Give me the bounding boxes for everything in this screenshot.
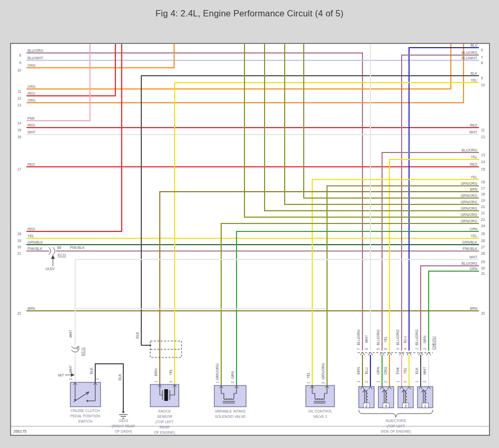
rotated-wire-label: 2 <box>321 382 325 384</box>
rotated-wire-label: GRN <box>423 335 427 343</box>
left-pin-label: BLU/ORG <box>28 49 43 52</box>
right-pin-number: 8 <box>481 61 483 65</box>
left-pin-number: 8 <box>19 53 21 57</box>
right-pin-number: 14 <box>481 160 485 164</box>
injector-number: 4 <box>385 404 387 408</box>
right-pin-label: RED <box>470 163 477 166</box>
right-pin-number: 10 <box>481 83 485 87</box>
rotated-wire-label: BRN <box>154 369 158 376</box>
rotated-wire-label: ORG <box>384 366 387 374</box>
rotated-wire-label: 1 <box>415 348 419 350</box>
rotated-wire-label: WHT <box>423 366 427 374</box>
left-pin-label: RED <box>28 163 35 166</box>
rotated-wire-label: 2 <box>365 381 368 383</box>
right-pin-label: BLU/ORG <box>461 51 477 55</box>
right-pin-number: 30 <box>481 266 485 270</box>
left-pin-number: 13 <box>17 103 22 107</box>
rotated-wire-label: 2 <box>423 381 427 383</box>
left-pin-number: 17 <box>17 167 22 171</box>
injector-number: 1 <box>424 404 427 408</box>
rotated-wire-label: BLK <box>89 367 93 374</box>
note-label: 88 <box>57 246 61 249</box>
right-pin-number: 9 <box>481 76 483 80</box>
rotated-wire-label: CHB1NJ <box>432 336 436 350</box>
rotated-wire-label: 2 <box>423 348 427 350</box>
note-label: ULEV <box>46 267 55 271</box>
right-pin-label: GRN/ORG <box>460 182 477 185</box>
right-pin-number: 11 <box>481 128 485 132</box>
left-pin-label: PNK <box>28 117 35 120</box>
right-pin-number: 31 <box>481 272 485 275</box>
rotated-wire-label: 8 <box>365 348 368 350</box>
rotated-wire-label: BRN <box>357 367 360 374</box>
component-caption: SWITCH <box>78 419 93 423</box>
rotated-wire-label: GRN <box>231 371 234 379</box>
svg-text:OF DASH): OF DASH) <box>115 429 132 434</box>
right-pin-label: WHT <box>469 130 477 134</box>
component-injector-4: 4 <box>378 387 394 408</box>
left-pin-label: BLU/WHT <box>28 56 43 60</box>
right-pin-label: YEL <box>471 234 478 238</box>
rotated-wire-label: 5 <box>376 348 380 350</box>
left-pin-number: 15 <box>17 128 22 132</box>
note-label: M/T <box>58 373 64 377</box>
right-pin-label: GRN/ORG <box>460 213 477 217</box>
svg-text:(TOP LEFT: (TOP LEFT <box>387 424 405 428</box>
right-pin-label: GRN <box>469 267 477 271</box>
right-pin-number: 20 <box>481 205 485 209</box>
note-label: EC11 <box>58 253 66 257</box>
junction-dot <box>149 344 151 346</box>
rotated-wire-label: 1 <box>215 381 219 383</box>
right-pin-label: YEL <box>471 155 478 159</box>
note-label: PNK/BLK <box>70 246 85 249</box>
rotated-wire-label: 1 <box>306 382 310 384</box>
rotated-wire-label: WHT <box>69 329 72 337</box>
left-pin-label: PNK/BLK <box>28 247 42 250</box>
rotated-wire-label: BLK <box>118 373 122 380</box>
svg-text:(RIGHT REAR: (RIGHT REAR <box>112 424 135 428</box>
right-pin-label: GRN/ORG <box>460 219 477 223</box>
component-caption: VALVE 2 <box>313 415 328 418</box>
component-injector-3: 3 <box>398 387 413 408</box>
rotated-wire-label: 7 <box>357 348 360 350</box>
right-pin-number: 26 <box>481 239 485 243</box>
rotated-wire-label: BLU <box>365 367 368 374</box>
right-pin-number: 15 <box>481 167 485 171</box>
rotated-wire-label: 1 <box>396 381 400 383</box>
rotated-wire-label: BLK <box>135 331 139 338</box>
left-pin-number: 16 <box>17 135 22 139</box>
left-pin-label: ORG <box>28 98 35 102</box>
rotated-wire-label: 1 <box>95 378 99 380</box>
component-caption: OIL CONTROL <box>308 409 332 413</box>
left-pin-number: 10 <box>17 68 22 72</box>
right-pin-label: GRN/ORG <box>460 200 477 204</box>
rotated-wire-label: BLU/ORG <box>357 329 360 345</box>
rotated-wire-label: 4 <box>403 348 407 350</box>
svg-text:GE03: GE03 <box>119 419 128 423</box>
rotated-wire-label: BLU/ORG <box>396 329 400 345</box>
svg-text:SIDE OF ENGINE): SIDE OF ENGINE) <box>380 429 411 434</box>
rotated-wire-label: 2 <box>403 381 407 383</box>
left-pin-label: WHT <box>28 130 35 134</box>
right-pin-number: 19 <box>481 199 485 202</box>
rotated-wire-label: 1 <box>357 381 360 383</box>
svg-text:INJECTORS: INJECTORS <box>386 419 406 423</box>
rotated-wire-label: 6 <box>384 348 387 350</box>
right-pin-number: 25 <box>481 232 485 236</box>
component-injector-1: 1 <box>418 387 433 408</box>
rotated-wire-label: BLU/ORG <box>376 329 380 345</box>
left-pin-number: 21 <box>17 252 22 255</box>
rotated-wire-label: YEL <box>306 372 310 379</box>
rotated-wire-label: 1 <box>415 381 419 383</box>
left-pin-label: RED <box>28 123 35 127</box>
right-pin-label: GRN/ORG <box>460 194 477 198</box>
rotated-wire-label: 2 <box>231 381 234 383</box>
right-pin-label: PNK/BLK <box>462 247 477 250</box>
component-caption: SENSOR <box>157 415 173 418</box>
right-pin-number: 24 <box>481 224 485 228</box>
left-pin-number: 11 <box>17 89 21 93</box>
rotated-wire-label: GRN/ORG <box>321 363 325 380</box>
rotated-wire-label: EC11 <box>81 347 85 356</box>
left-pin-number: 22 <box>17 311 22 315</box>
rotated-wire-label: BLU <box>403 336 407 343</box>
